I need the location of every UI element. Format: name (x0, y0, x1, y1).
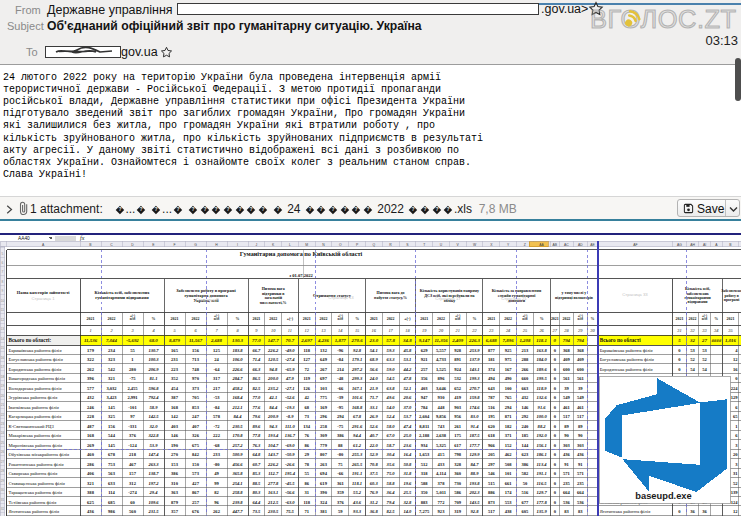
svg-text:7,275: 7,275 (419, 509, 430, 514)
svg-text:Баришівська районна філія: Баришівська районна філія (9, 348, 63, 353)
svg-text:88.5: 88.5 (252, 481, 261, 486)
svg-text:390: 390 (320, 490, 328, 495)
svg-text:494: 494 (488, 376, 496, 381)
svg-text:536: 536 (563, 500, 571, 505)
svg-text:454: 454 (171, 386, 179, 391)
svg-text:2,638: 2,638 (436, 433, 447, 438)
svg-text:84.4: 84.4 (269, 405, 278, 410)
svg-text:70.7: 70.7 (286, 338, 295, 343)
svg-text:-80: -80 (337, 452, 344, 457)
svg-text:84.7: 84.7 (471, 462, 480, 467)
svg-text:675: 675 (192, 443, 200, 448)
svg-text:Кількість осіб,забезпеченихгум: Кількість осіб,забезпеченихгуманітарними… (684, 287, 711, 304)
svg-text:312: 312 (129, 481, 137, 486)
svg-text:7,896: 7,896 (503, 338, 515, 343)
svg-text:2022: 2022 (563, 317, 571, 321)
svg-text:-56.6: -56.6 (285, 490, 295, 495)
svg-text:147.4: 147.4 (148, 452, 159, 457)
svg-text:183.8: 183.8 (232, 348, 243, 353)
svg-text:218: 218 (129, 452, 137, 457)
svg-text:966: 966 (488, 443, 496, 448)
svg-text:387: 387 (171, 395, 179, 400)
svg-text:32.0: 32.0 (149, 424, 159, 429)
svg-text:798: 798 (454, 452, 462, 457)
svg-text:179.1: 179.1 (352, 357, 362, 362)
svg-text:258: 258 (320, 424, 328, 429)
svg-text:633: 633 (108, 481, 116, 486)
svg-text:75.0: 75.0 (387, 471, 396, 476)
svg-text:223: 223 (171, 367, 179, 372)
svg-text:36: 36 (690, 509, 695, 514)
svg-text:AD: AD (578, 243, 583, 247)
svg-text:К-Святошинський РЦЗ: К-Святошинський РЦЗ (9, 424, 55, 429)
svg-text:318: 318 (421, 471, 429, 476)
svg-text:1,877: 1,877 (335, 338, 347, 343)
svg-text:456.6: 456.6 (231, 462, 243, 467)
svg-text:Страница 33: Страница 33 (622, 292, 648, 297)
svg-text:94.8: 94.8 (269, 367, 278, 372)
svg-text:125: 125 (213, 348, 221, 353)
svg-text:187.5: 187.5 (469, 433, 480, 438)
svg-text:129.9: 129.9 (469, 452, 480, 457)
svg-text:588: 588 (421, 481, 429, 486)
svg-text:212.5: 212.5 (267, 500, 279, 505)
svg-text:103: 103 (320, 386, 328, 391)
svg-text:136.7: 136.7 (285, 433, 296, 438)
svg-text:58.8: 58.8 (387, 481, 396, 486)
svg-text:257: 257 (421, 367, 429, 372)
svg-text:-66: -66 (337, 471, 344, 476)
svg-text:60.7: 60.7 (252, 462, 261, 467)
svg-text:Бородянська районна філія: Бородянська районна філія (9, 367, 63, 372)
svg-text:3,423: 3,423 (106, 395, 117, 400)
svg-text:30.4: 30.4 (386, 452, 396, 457)
svg-text:%: % (714, 317, 718, 321)
svg-text:-96: -96 (337, 348, 344, 353)
svg-text:118.1: 118.1 (352, 481, 362, 486)
svg-text:156.1: 156.1 (536, 443, 546, 448)
svg-text:321: 321 (87, 481, 95, 486)
svg-text:4,236: 4,236 (317, 338, 330, 343)
svg-text:618: 618 (488, 433, 496, 438)
svg-text:230.5: 230.5 (267, 509, 279, 514)
svg-text:217: 217 (213, 386, 221, 391)
svg-text:81.1: 81.1 (150, 376, 158, 381)
svg-text:975: 975 (505, 357, 513, 362)
svg-text:100.3: 100.3 (148, 357, 159, 362)
svg-text:214: 214 (337, 367, 345, 372)
svg-text:Богуславська районна філія: Богуславська районна філія (600, 357, 655, 362)
svg-text:25.5: 25.5 (402, 490, 412, 495)
svg-text:%: % (540, 317, 544, 321)
svg-text:177.7: 177.7 (469, 443, 480, 448)
svg-text:903: 903 (454, 405, 462, 410)
svg-text:%: % (236, 317, 240, 321)
svg-text:195.4: 195.4 (285, 471, 296, 476)
svg-text:213: 213 (521, 348, 529, 353)
svg-text:195: 195 (488, 414, 496, 419)
svg-text:31.8: 31.8 (402, 471, 412, 476)
svg-text:2021: 2021 (487, 317, 495, 321)
svg-text:186.1: 186.1 (536, 452, 546, 457)
svg-text:Забезпеченороботу впрограмі: Забезпеченороботу впрограмі (721, 289, 741, 302)
svg-text:321: 321 (108, 376, 116, 381)
svg-text:-66: -66 (337, 386, 344, 391)
svg-text:352: 352 (171, 376, 179, 381)
svg-text:168: 168 (171, 405, 179, 410)
svg-text:37.5: 37.5 (369, 471, 379, 476)
svg-text:930: 930 (438, 395, 446, 400)
svg-text:Z: Z (524, 243, 526, 247)
svg-text:132: 132 (320, 348, 328, 353)
svg-text:99: 99 (214, 481, 219, 486)
svg-text:536: 536 (577, 500, 585, 505)
svg-text:Вишгородська районна філія: Вишгородська районна філія (9, 376, 66, 381)
svg-text:10: 10 (1, 299, 5, 303)
svg-text:152: 152 (505, 443, 513, 448)
svg-text:AB: AB (553, 243, 558, 247)
svg-text:83: 83 (564, 509, 569, 514)
svg-text:134: 134 (303, 424, 311, 429)
svg-text:516: 516 (488, 405, 496, 410)
svg-text:174: 174 (505, 490, 513, 495)
svg-text:20.6: 20.6 (402, 395, 412, 400)
svg-text:1,525: 1,525 (436, 367, 447, 372)
svg-text:596.8: 596.8 (148, 386, 159, 391)
svg-text:73: 73 (304, 414, 309, 419)
